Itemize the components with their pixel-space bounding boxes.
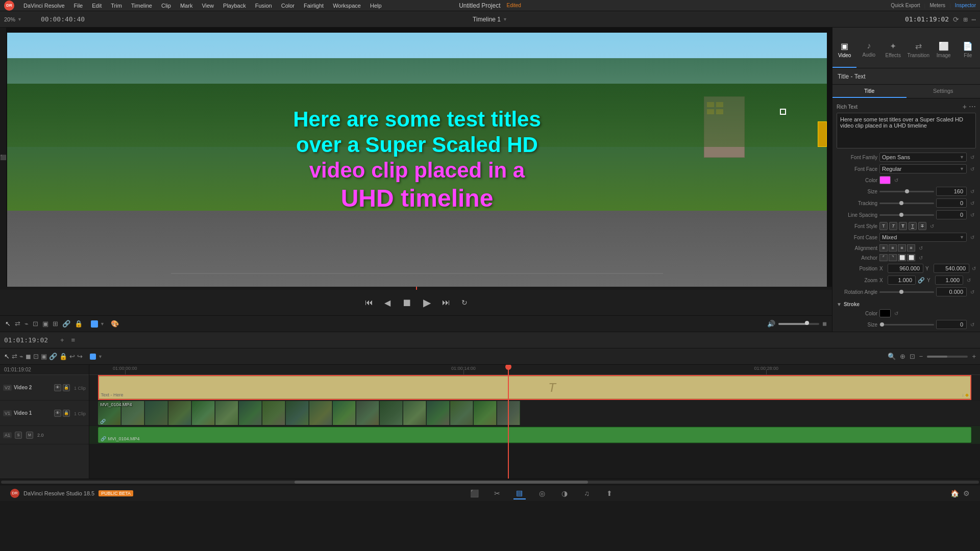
tl-link-btn[interactable]: 🔗 (49, 353, 57, 360)
font-style-T5[interactable]: T (918, 222, 926, 230)
a1-solo-btn[interactable]: M (26, 432, 33, 439)
audio-clip-block[interactable]: 🔗 MVI_0104.MP4 (98, 427, 971, 443)
nav-media[interactable]: ⬛ (469, 487, 481, 499)
source-tape-btn[interactable]: ⊞ (53, 320, 58, 328)
timeline-dropdown-icon[interactable]: ▼ (503, 17, 507, 22)
menu-timeline[interactable]: Timeline (127, 2, 156, 10)
size-value[interactable]: 160 (936, 187, 967, 196)
menu-fusion[interactable]: Fusion (251, 2, 276, 10)
menu-color[interactable]: Color (277, 2, 299, 10)
tl-undo-btn[interactable]: ↩ (69, 353, 75, 360)
align-left-btn[interactable]: ≡ (879, 244, 888, 252)
play-back-btn[interactable]: ◀ (381, 296, 394, 310)
zoom-reset[interactable]: ↺ (965, 277, 972, 284)
v2-lock-btn[interactable]: 🔒 (63, 384, 70, 391)
tl-trim-tool[interactable]: ⇄ (12, 353, 17, 360)
play-to-start-btn[interactable]: ⏮ (362, 296, 376, 309)
zoom-x-value[interactable]: 1.000 (888, 276, 916, 285)
tl-lock-btn[interactable]: 🔒 (59, 353, 67, 360)
rich-text-menu-btn[interactable]: ⋯ (969, 103, 976, 111)
font-family-dropdown[interactable]: Open Sans ▼ (879, 153, 967, 162)
text-clip-block[interactable]: T Text - Here ↓ ◆ (98, 376, 971, 399)
selection-tool-btn[interactable]: ↖ (5, 320, 11, 328)
tl-dynamic-trim[interactable]: ⌁ (19, 353, 23, 360)
v2-eye-btn[interactable]: 👁 (54, 384, 61, 391)
toolbar-grid-btn[interactable]: ⊞ (963, 15, 967, 23)
font-style-T1[interactable]: T (879, 222, 888, 230)
inspector-subtab-settings[interactable]: Settings (906, 85, 981, 98)
scrubber-bar[interactable] (0, 287, 832, 290)
nav-fusion[interactable]: ◎ (536, 487, 548, 499)
tl-plus-btn[interactable]: + (972, 353, 976, 360)
rich-text-add-btn[interactable]: + (963, 103, 967, 111)
inspector-tab-file[interactable]: 📄 File (955, 32, 979, 68)
timeline-scrollbar[interactable] (0, 479, 980, 485)
tl-select-tool[interactable]: ↖ (4, 353, 10, 360)
stop-btn[interactable]: ⏹ (399, 295, 415, 311)
nav-color[interactable]: ◑ (558, 487, 571, 499)
stroke-size-slider[interactable] (879, 324, 934, 325)
a1-mute-btn[interactable]: S (15, 432, 22, 439)
align-center-btn[interactable]: ≡ (889, 244, 897, 252)
menu-clip[interactable]: Clip (157, 2, 175, 10)
tl-add-track-btn[interactable]: + (58, 335, 66, 345)
nav-deliver[interactable]: ⬆ (603, 487, 616, 499)
tracking-slider[interactable] (879, 203, 934, 204)
link-clips-btn[interactable]: 🔗 (62, 320, 70, 328)
menu-fairlight[interactable]: Fairlight (300, 2, 328, 10)
position-y-value[interactable]: 540.000 (934, 264, 969, 273)
video-clip-block[interactable]: MVI_0104.MP4 🔗 (98, 401, 971, 425)
zoom-control[interactable]: 20% ▼ (4, 16, 35, 22)
alignment-reset[interactable]: ↺ (917, 244, 924, 252)
selection-handle[interactable] (780, 109, 786, 115)
nav-fairlight[interactable]: ♫ (581, 487, 593, 499)
meters-btn[interactable]: Meters (929, 3, 945, 8)
menu-workspace[interactable]: Workspace (329, 2, 365, 10)
menu-trim[interactable]: Trim (107, 2, 126, 10)
insert-overwrite-btn[interactable]: ▣ (42, 320, 48, 328)
track-color-dropdown[interactable]: ▼ (98, 354, 103, 359)
stroke-size-value[interactable]: 0 (936, 320, 967, 329)
font-style-reset[interactable]: ↺ (928, 222, 936, 230)
menu-davinci-resolve[interactable]: DaVinci Resolve (19, 2, 69, 10)
lock-track-btn[interactable]: 🔒 (75, 320, 83, 328)
tl-fit-btn[interactable]: ⊡ (910, 353, 915, 360)
trim-tool-btn[interactable]: ⇄ (15, 320, 20, 328)
tl-redo-btn[interactable]: ↪ (77, 353, 83, 360)
blade-tool-btn[interactable]: ⌁ (24, 320, 29, 328)
inspector-btn[interactable]: Inspector (955, 3, 976, 8)
quick-export-btn[interactable]: Quick Export (891, 3, 920, 8)
scroll-track[interactable] (1, 481, 979, 484)
menu-mark[interactable]: Mark (176, 2, 197, 10)
tl-snap-btn[interactable]: ◼ (26, 353, 31, 360)
loop-btn[interactable]: ↻ (458, 296, 471, 309)
play-btn[interactable]: ▶ (420, 294, 434, 311)
tracking-reset[interactable]: ↺ (969, 199, 976, 207)
playhead[interactable] (508, 365, 509, 479)
tl-zoom-slider[interactable] (927, 356, 968, 358)
align-right-btn[interactable]: ≡ (898, 244, 906, 252)
tracking-value[interactable]: 0 (936, 198, 967, 208)
line-spacing-slider[interactable] (879, 214, 934, 216)
dynamic-trim-btn[interactable]: ⊡ (33, 320, 38, 328)
font-style-T3[interactable]: T (899, 222, 907, 230)
rotation-value[interactable]: 0.000 (936, 287, 967, 296)
inspector-subtab-title[interactable]: Title (832, 85, 906, 98)
inspector-tab-transition[interactable]: ⇄ Transition (905, 32, 932, 68)
anchor-tl-btn[interactable]: ⌜ (879, 254, 888, 261)
rich-text-box[interactable]: Here are some test titles over a Super S… (837, 113, 976, 148)
scroll-thumb[interactable] (295, 481, 588, 484)
tl-zoom-in-btn[interactable]: ⊕ (900, 353, 905, 360)
color-swatch[interactable] (879, 176, 891, 184)
line-spacing-value[interactable]: 0 (936, 210, 967, 219)
stroke-color-reset[interactable]: ↺ (893, 310, 900, 317)
color-track-selector[interactable]: ▼ (91, 320, 105, 328)
size-reset[interactable]: ↺ (969, 188, 976, 195)
nav-cut[interactable]: ✂ (491, 487, 503, 499)
nav-edit[interactable]: ▤ (513, 487, 526, 499)
play-to-end-btn[interactable]: ⏭ (439, 296, 453, 309)
v1-eye-btn[interactable]: 👁 (54, 410, 61, 417)
rotation-slider[interactable] (879, 291, 934, 293)
tl-minus-btn[interactable]: − (919, 353, 923, 360)
inspector-tab-image[interactable]: ⬜ Image (932, 32, 955, 68)
